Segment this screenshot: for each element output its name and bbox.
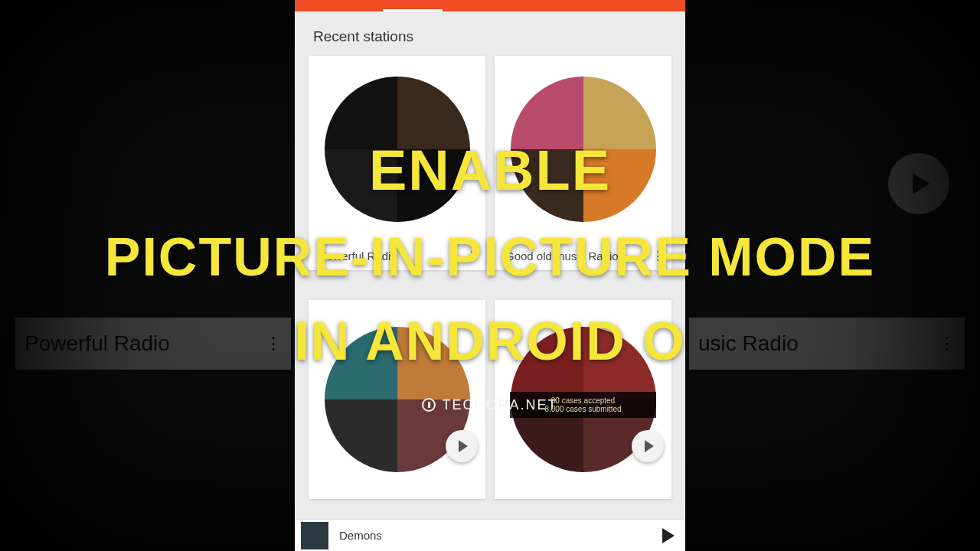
more-icon: ⋮	[265, 334, 282, 354]
app-tabbar	[295, 0, 685, 11]
play-button[interactable]	[632, 430, 664, 462]
banner-text: 8,000 cases submitted	[516, 405, 650, 413]
play-icon[interactable]	[662, 528, 675, 543]
now-playing-title: Demons	[339, 529, 652, 542]
more-icon[interactable]: ⋮	[466, 253, 478, 259]
banner-text: 80 cases accepted	[516, 396, 650, 405]
station-card[interactable]: Powerful Radio ⋮	[309, 56, 485, 270]
station-card[interactable]: Good old music Radio ⋮	[495, 56, 671, 270]
station-card[interactable]	[309, 300, 485, 499]
bg-station-label: Powerful Radio	[24, 331, 170, 356]
more-icon[interactable]: ⋮	[652, 253, 664, 259]
phone-screenshot: Recent stations Powerful Radio ⋮	[295, 0, 685, 551]
now-playing-thumbnail	[301, 522, 328, 549]
station-artwork	[511, 77, 656, 222]
station-name: Good old music Radio	[505, 249, 619, 262]
more-icon: ⋮	[939, 334, 956, 354]
station-card[interactable]: 80 cases accepted 8,000 cases submitted	[495, 300, 671, 499]
now-playing-bar[interactable]: Demons	[295, 519, 685, 551]
section-title: Recent stations	[295, 11, 685, 56]
station-artwork	[325, 77, 470, 222]
station-name: Powerful Radio	[319, 249, 397, 262]
play-icon	[888, 153, 949, 214]
bg-station-label: usic Radio	[698, 331, 799, 356]
stations-grid: Powerful Radio ⋮ Good old music Radio ⋮	[295, 56, 685, 519]
play-button[interactable]	[446, 430, 478, 462]
